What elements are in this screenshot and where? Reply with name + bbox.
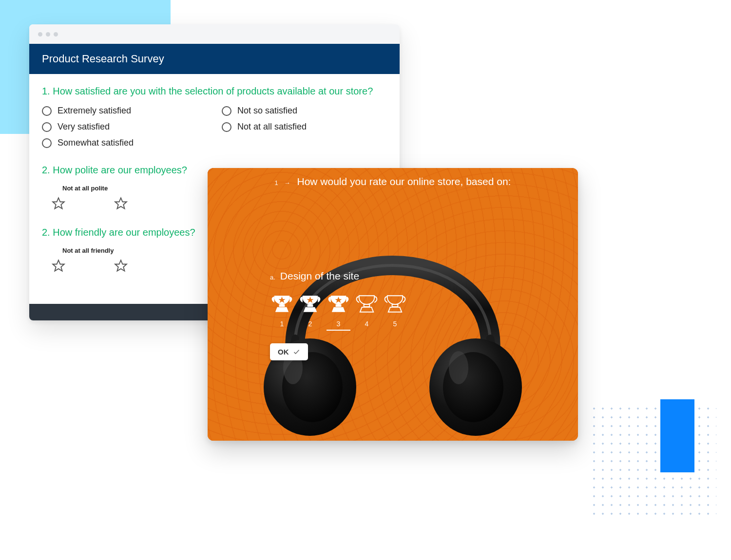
- radio-option[interactable]: Not at all satisfied: [222, 122, 387, 132]
- svg-marker-2: [53, 260, 64, 271]
- radio-option[interactable]: Not so satisfied: [222, 106, 387, 116]
- radio-option[interactable]: Somewhat satisfied: [42, 138, 207, 148]
- trophy-icon[interactable]: [327, 293, 350, 315]
- star-icon[interactable]: [52, 259, 65, 275]
- svg-point-9: [449, 351, 468, 384]
- decor-blue-block: [660, 399, 694, 472]
- ok-button[interactable]: OK: [270, 343, 308, 360]
- svg-marker-13: [364, 297, 370, 303]
- trophy-label: 1: [270, 320, 294, 331]
- decor-dot-grid: [590, 404, 716, 516]
- typeform-question-header: 1 → How would you rate our online store,…: [208, 168, 578, 193]
- svg-marker-3: [115, 260, 126, 271]
- option-label: Not so satisfied: [237, 106, 297, 116]
- trophy-icon[interactable]: [270, 293, 294, 315]
- survey-title-bar: Product Research Survey: [29, 44, 400, 74]
- option-label: Very satisfied: [58, 122, 110, 132]
- survey-title: Product Research Survey: [42, 53, 164, 65]
- check-icon: [293, 348, 300, 355]
- radio-icon: [222, 106, 231, 116]
- star-icon[interactable]: [52, 197, 65, 212]
- question-number: 1: [275, 179, 278, 187]
- svg-marker-0: [53, 198, 64, 208]
- trophy-icon[interactable]: [355, 293, 379, 315]
- sub-question: a. Design of the site: [270, 270, 407, 282]
- ok-label: OK: [278, 348, 289, 356]
- star-icon[interactable]: [114, 197, 128, 212]
- radio-icon: [42, 106, 52, 116]
- window-dot-icon: [38, 32, 42, 37]
- trophy-icon[interactable]: [298, 293, 322, 315]
- window-dot-icon: [54, 32, 58, 37]
- sub-question-text: Design of the site: [280, 270, 359, 282]
- svg-marker-1: [115, 198, 126, 208]
- question-1-options: Extremely satisfied Very satisfied Somew…: [42, 106, 387, 148]
- trophy-label: 2: [298, 320, 322, 331]
- trophy-label: 3: [327, 320, 350, 331]
- trophy-label: 4: [355, 320, 379, 331]
- svg-marker-14: [392, 297, 399, 303]
- question-text: How would you rate our online store, bas…: [297, 176, 511, 187]
- radio-icon: [42, 138, 52, 148]
- trophy-labels-row: 12345: [270, 320, 407, 331]
- radio-icon: [222, 122, 231, 132]
- typeform-card: 1 → How would you rate our online store,…: [208, 168, 578, 441]
- option-label: Somewhat satisfied: [58, 138, 134, 148]
- option-label: Not at all satisfied: [237, 122, 307, 132]
- trophy-icon[interactable]: [383, 293, 407, 315]
- option-label: Extremely satisfied: [58, 106, 131, 116]
- radio-icon: [42, 122, 52, 132]
- sub-question-letter: a.: [270, 274, 275, 281]
- window-dot-icon: [46, 32, 50, 37]
- radio-option[interactable]: Very satisfied: [42, 122, 207, 132]
- arrow-right-icon: →: [284, 179, 290, 187]
- browser-chrome: [29, 24, 400, 44]
- star-icon[interactable]: [114, 259, 128, 275]
- trophy-label: 5: [383, 320, 407, 331]
- radio-option[interactable]: Extremely satisfied: [42, 106, 207, 116]
- question-1-title: 1. How satisfied are you with the select…: [42, 86, 387, 97]
- trophy-rating-row: [270, 293, 407, 315]
